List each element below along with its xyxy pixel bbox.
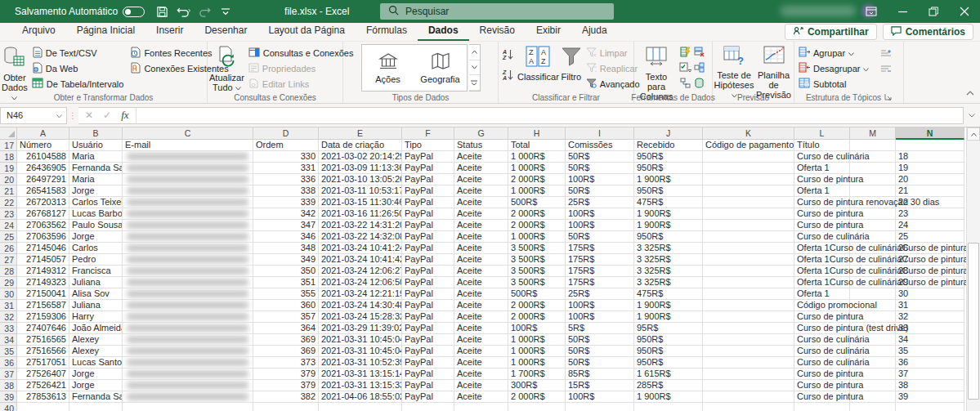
cell-e40[interactable] bbox=[319, 403, 402, 411]
cell-d31[interactable]: 360 bbox=[253, 300, 319, 311]
row-header-37[interactable]: 37 bbox=[0, 369, 17, 380]
cell-e31[interactable]: 2021-03-24 14:30:48 bbox=[319, 300, 402, 311]
save-button[interactable] bbox=[156, 6, 168, 18]
row-header-26[interactable]: 26 bbox=[0, 243, 17, 254]
cell-k25[interactable] bbox=[703, 231, 794, 243]
cell-k40[interactable] bbox=[703, 403, 794, 411]
cell-e32[interactable]: 2021-03-24 15:28:32 bbox=[319, 311, 402, 323]
cell-e21[interactable]: 2021-03-11 10:53:17 bbox=[319, 185, 402, 197]
cell-m40[interactable] bbox=[850, 403, 896, 411]
cell-c34[interactable] bbox=[123, 334, 253, 346]
cell-c38[interactable] bbox=[123, 380, 253, 391]
cell-l35[interactable]: Curso de culinária bbox=[794, 346, 850, 357]
cell-n19[interactable]: 19 bbox=[896, 163, 964, 174]
cell-f35[interactable]: PayPal bbox=[402, 346, 454, 357]
cell-g24[interactable]: Aceite bbox=[454, 220, 508, 231]
cell-e28[interactable]: 2021-03-24 12:06:27 bbox=[319, 266, 402, 277]
column-header-a[interactable]: A bbox=[17, 127, 69, 140]
cell-i28[interactable]: 175R$ bbox=[566, 266, 634, 277]
cell-a34[interactable]: 27516565 bbox=[17, 334, 69, 346]
cell-f22[interactable]: PayPal bbox=[402, 197, 454, 208]
cell-f38[interactable]: PayPal bbox=[402, 380, 454, 391]
cell-g31[interactable]: Aceite bbox=[454, 300, 508, 311]
cell-a40[interactable] bbox=[17, 403, 69, 411]
cell-c26[interactable] bbox=[123, 243, 253, 254]
cell-h39[interactable]: 2 000R$ bbox=[508, 391, 566, 403]
cell-i39[interactable]: 100R$ bbox=[566, 391, 634, 403]
cell-i26[interactable]: 175R$ bbox=[566, 243, 634, 254]
cell-e30[interactable]: 2021-03-24 12:21:19 bbox=[319, 288, 402, 300]
cell-e35[interactable]: 2021-03-31 10:45:04 bbox=[319, 346, 402, 357]
cell-l30[interactable]: Oferta 1 bbox=[794, 288, 850, 300]
cell-h18[interactable]: 1 000R$ bbox=[508, 151, 566, 163]
cell-g29[interactable]: Aceite bbox=[454, 277, 508, 288]
cell-e23[interactable]: 2021-03-16 11:26:50 bbox=[319, 208, 402, 220]
cell-g26[interactable]: Aceite bbox=[454, 243, 508, 254]
cell-b39[interactable]: Fernanda San bbox=[69, 391, 123, 403]
cell-h37[interactable]: 1 700R$ bbox=[508, 369, 566, 380]
cell-k23[interactable] bbox=[703, 208, 794, 220]
cell-e19[interactable]: 2021-03-09 11:13:36 bbox=[319, 163, 402, 174]
cell-a29[interactable]: 27149323 bbox=[17, 277, 69, 288]
cell-g27[interactable]: Aceite bbox=[454, 254, 508, 266]
cell-b22[interactable]: Carlos Teixeir bbox=[69, 197, 123, 208]
cell-a23[interactable]: 26768127 bbox=[17, 208, 69, 220]
cell-f24[interactable]: PayPal bbox=[402, 220, 454, 231]
cell-j18[interactable]: 950R$ bbox=[634, 151, 703, 163]
cell-n18[interactable]: 18 bbox=[896, 151, 964, 163]
cell-n17[interactable] bbox=[896, 140, 964, 151]
forecast-sheet-button[interactable]: Planilha de Previsão bbox=[755, 43, 792, 92]
cell-f17[interactable]: Tipo bbox=[402, 140, 454, 151]
cell-l39[interactable]: Curso de pintura bbox=[794, 391, 850, 403]
cell-m21[interactable] bbox=[850, 185, 896, 197]
cell-j36[interactable]: 950R$ bbox=[634, 357, 703, 369]
cell-j32[interactable]: 1 900R$ bbox=[634, 311, 703, 323]
customize-qat-button[interactable] bbox=[221, 7, 230, 16]
cell-i25[interactable]: 50R$ bbox=[566, 231, 634, 243]
cell-i29[interactable]: 175R$ bbox=[566, 277, 634, 288]
cell-d40[interactable] bbox=[253, 403, 319, 411]
cell-k39[interactable] bbox=[703, 391, 794, 403]
cell-b36[interactable]: Lucas Santos bbox=[69, 357, 123, 369]
cell-n38[interactable]: 38 bbox=[896, 380, 964, 391]
cell-e18[interactable]: 2021-03-02 20:14:29 bbox=[319, 151, 402, 163]
cell-b27[interactable]: Pedro bbox=[69, 254, 123, 266]
cell-l18[interactable]: Curso de culinária bbox=[794, 151, 850, 163]
cell-d23[interactable]: 342 bbox=[253, 208, 319, 220]
cell-k30[interactable] bbox=[703, 288, 794, 300]
flash-fill-button[interactable] bbox=[680, 46, 691, 60]
cell-g23[interactable]: Aceite bbox=[454, 208, 508, 220]
ungroup-button[interactable]: Desagrupar bbox=[796, 60, 871, 76]
cell-k22[interactable] bbox=[703, 197, 794, 208]
cell-a30[interactable]: 27150041 bbox=[17, 288, 69, 300]
cell-b33[interactable]: João Almeida bbox=[69, 323, 123, 334]
cell-i30[interactable]: 25R$ bbox=[566, 288, 634, 300]
close-button[interactable] bbox=[949, 0, 980, 23]
cell-j25[interactable]: 950R$ bbox=[634, 231, 703, 243]
cell-c22[interactable] bbox=[123, 197, 253, 208]
tab-formulas[interactable]: Fórmulas bbox=[356, 22, 418, 41]
cell-f34[interactable]: PayPal bbox=[402, 334, 454, 346]
cell-i19[interactable]: 50R$ bbox=[566, 163, 634, 174]
cell-n39[interactable]: 39 bbox=[896, 391, 964, 403]
column-header-e[interactable]: E bbox=[319, 127, 402, 140]
cell-f20[interactable]: PayPal bbox=[402, 174, 454, 185]
cell-l29[interactable]: Oferta 1Curso de culináriaCurso de pintu… bbox=[794, 277, 850, 288]
cell-b40[interactable] bbox=[69, 403, 123, 411]
cell-b23[interactable]: Lucas Barbos bbox=[69, 208, 123, 220]
refresh-all-button[interactable]: Atualizar Tudo bbox=[209, 43, 244, 92]
cell-n37[interactable]: 37 bbox=[896, 369, 964, 380]
cell-i38[interactable]: 15R$ bbox=[566, 380, 634, 391]
cell-h19[interactable]: 1 000R$ bbox=[508, 163, 566, 174]
cell-f36[interactable]: PayPal bbox=[402, 357, 454, 369]
dialog-launcher-icon[interactable] bbox=[884, 93, 892, 102]
cell-g25[interactable]: Aceite bbox=[454, 231, 508, 243]
cell-i27[interactable]: 175R$ bbox=[566, 254, 634, 266]
cell-d36[interactable]: 373 bbox=[253, 357, 319, 369]
tab-ajuda[interactable]: Ajuda bbox=[571, 22, 618, 41]
tab-arquivo[interactable]: Arquivo bbox=[11, 22, 66, 41]
text-to-columns-button[interactable]: Texto para Colunas bbox=[636, 43, 677, 92]
cell-b19[interactable]: Fernanda San bbox=[69, 163, 123, 174]
cell-e37[interactable]: 2021-03-31 13:15:14 bbox=[319, 369, 402, 380]
tab-dados[interactable]: Dados bbox=[418, 22, 469, 41]
